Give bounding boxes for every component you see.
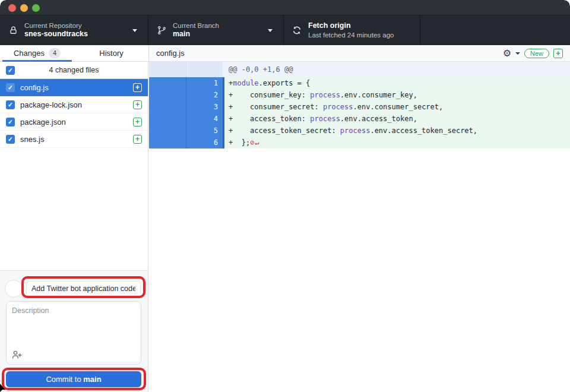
tab-history-label: History bbox=[99, 49, 123, 58]
diff-file-header: config.js ⚙ New + bbox=[148, 45, 570, 62]
added-file-icon: + bbox=[133, 100, 142, 109]
file-name: package.json bbox=[20, 118, 133, 127]
diff-added-line: 2+ consumer_key: process.env.consumer_ke… bbox=[149, 89, 570, 101]
fetch-origin-sublabel: Last fetched 24 minutes ago bbox=[308, 31, 394, 39]
diff-code-text: + access_token_secret: process.env.acces… bbox=[223, 125, 570, 137]
diff-gutter-old[interactable] bbox=[149, 89, 186, 101]
diff-added-line: 4+ access_token: process.env.access_toke… bbox=[149, 113, 570, 125]
diff-panel: @@ -0,0 +1,6 @@ 1+module.exports = {2+ c… bbox=[149, 62, 570, 392]
added-file-icon: + bbox=[133, 83, 142, 92]
add-coauthor-icon[interactable] bbox=[11, 350, 22, 359]
commit-button[interactable]: Commit to main bbox=[6, 371, 141, 387]
commit-button-branch: main bbox=[83, 375, 101, 384]
diff-line-number[interactable]: 1 bbox=[186, 77, 223, 89]
changes-count-badge: 4 bbox=[49, 48, 61, 58]
added-file-icon[interactable]: + bbox=[553, 49, 563, 58]
diff-gutter-new bbox=[186, 62, 223, 77]
added-file-icon: + bbox=[133, 118, 142, 127]
diff-code-text: + };⊘↵ bbox=[223, 137, 570, 148]
sync-icon bbox=[292, 26, 302, 35]
commit-summary-input[interactable] bbox=[26, 281, 141, 296]
diff-gutter-old[interactable] bbox=[149, 137, 186, 148]
diff-gutter-old[interactable] bbox=[149, 101, 186, 113]
diff-gutter-old bbox=[149, 62, 186, 77]
chevron-down-icon bbox=[268, 29, 273, 32]
file-row[interactable]: ✓package-lock.json+ bbox=[0, 96, 148, 113]
titlebar bbox=[0, 0, 570, 15]
zoom-window-button[interactable] bbox=[32, 4, 40, 12]
file-row[interactable]: ✓package.json+ bbox=[0, 113, 148, 131]
file-name: package-lock.json bbox=[20, 100, 133, 109]
hunk-header-text: @@ -0,0 +1,6 @@ bbox=[223, 62, 570, 77]
diff-added-line: 1+module.exports = { bbox=[149, 77, 570, 89]
file-checkbox[interactable]: ✓ bbox=[6, 118, 15, 127]
diff-hunk-header: @@ -0,0 +1,6 @@ bbox=[149, 62, 570, 77]
gear-icon[interactable]: ⚙ bbox=[503, 49, 511, 58]
diff-added-line: 5+ access_token_secret: process.env.acce… bbox=[149, 125, 570, 137]
diff-line-number[interactable]: 6 bbox=[186, 137, 223, 148]
changed-files-header: ✓ 4 changed files bbox=[0, 62, 148, 79]
chevron-down-icon[interactable] bbox=[515, 52, 520, 55]
tab-changes-label: Changes bbox=[14, 49, 45, 58]
current-branch-value: main bbox=[173, 30, 219, 39]
new-file-badge: New bbox=[524, 49, 549, 58]
diff-code-text: + access_token: process.env.access_token… bbox=[223, 113, 570, 125]
diff-gutter-old[interactable] bbox=[149, 113, 186, 125]
file-row[interactable]: ✓config.js+ bbox=[0, 79, 148, 96]
branch-icon bbox=[157, 26, 166, 35]
toolbar: Current Repository snes-soundtracks Curr… bbox=[0, 15, 570, 45]
current-branch-button[interactable]: Current Branch main bbox=[148, 15, 284, 45]
minimize-window-button[interactable] bbox=[20, 4, 28, 12]
diff-gutter-old[interactable] bbox=[149, 77, 186, 89]
commit-button-label: Commit to bbox=[46, 375, 81, 384]
current-branch-label: Current Branch bbox=[173, 21, 219, 30]
diff-code-text: + consumer_secret: process.env.consumer_… bbox=[223, 101, 570, 113]
fetch-origin-button[interactable]: Fetch origin Last fetched 24 minutes ago bbox=[284, 15, 420, 45]
diff-line-number[interactable]: 4 bbox=[186, 113, 223, 125]
github-desktop-window: Current Repository snes-soundtracks Curr… bbox=[0, 0, 570, 392]
commit-area: Commit to main bbox=[0, 270, 148, 392]
file-checkbox[interactable]: ✓ bbox=[6, 83, 15, 92]
close-window-button[interactable] bbox=[8, 4, 16, 12]
diff-line-number[interactable]: 3 bbox=[186, 101, 223, 113]
added-file-icon: + bbox=[133, 135, 142, 144]
file-list: ✓config.js+✓package-lock.json+✓package.j… bbox=[0, 79, 148, 148]
tab-history[interactable]: History bbox=[74, 45, 148, 61]
diff-code-text: +module.exports = { bbox=[223, 77, 570, 89]
current-repository-button[interactable]: Current Repository snes-soundtracks bbox=[0, 15, 148, 45]
avatar bbox=[5, 280, 23, 298]
sidebar-tabbar: Changes 4 History bbox=[0, 45, 148, 62]
diff-code-text: + consumer_key: process.env.consumer_key… bbox=[223, 89, 570, 101]
diff-line-number[interactable]: 5 bbox=[186, 125, 223, 137]
file-checkbox[interactable]: ✓ bbox=[6, 100, 15, 109]
file-checkbox[interactable]: ✓ bbox=[6, 135, 15, 144]
diff-lines: 1+module.exports = {2+ consumer_key: pro… bbox=[149, 77, 570, 148]
current-repository-label: Current Repository bbox=[24, 21, 88, 30]
file-name: config.js bbox=[20, 83, 133, 92]
diff-added-line: 6+ };⊘↵ bbox=[149, 137, 570, 148]
chevron-down-icon bbox=[132, 29, 137, 32]
commit-description-textarea[interactable] bbox=[6, 301, 141, 365]
diff-added-line: 3+ consumer_secret: process.env.consumer… bbox=[149, 101, 570, 113]
fetch-origin-label: Fetch origin bbox=[308, 21, 394, 31]
diff-line-number[interactable]: 2 bbox=[186, 89, 223, 101]
file-row[interactable]: ✓snes.js+ bbox=[0, 131, 148, 148]
tab-changes[interactable]: Changes 4 bbox=[0, 45, 74, 61]
changed-files-count: 4 changed files bbox=[0, 66, 148, 74]
diff-gutter-old[interactable] bbox=[149, 125, 186, 137]
current-repository-value: snes-soundtracks bbox=[24, 30, 88, 39]
file-name: snes.js bbox=[20, 135, 133, 144]
lock-icon bbox=[8, 26, 18, 35]
diff-filename: config.js bbox=[156, 49, 503, 58]
